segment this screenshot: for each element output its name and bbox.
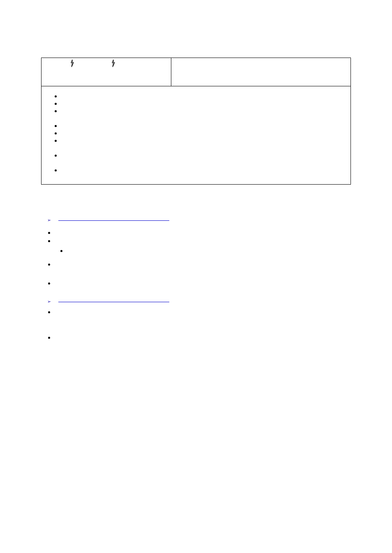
lightning-bolt-icon (111, 60, 115, 67)
list-item (61, 107, 346, 115)
sub-list-item (67, 247, 351, 255)
list-item (61, 137, 346, 144)
section-heading-1: ➢ (47, 217, 351, 223)
list-item (61, 152, 346, 159)
spacer (61, 144, 346, 152)
content-cell (42, 86, 351, 185)
spacer (61, 115, 346, 122)
arrow-right-icon: ➢ (47, 217, 51, 223)
bullet-list (54, 93, 346, 174)
section-heading-2: ➢ (47, 298, 351, 304)
list-item (55, 334, 351, 363)
spacer (61, 159, 346, 167)
list-item (61, 122, 346, 130)
lightning-bolt-icon (70, 60, 74, 67)
main-table (41, 58, 351, 185)
heading-underline[interactable] (58, 301, 169, 302)
section-1-list (47, 229, 351, 294)
list-item (55, 280, 351, 294)
list-item (61, 100, 346, 107)
list-item (61, 93, 346, 100)
table-header-row (42, 58, 351, 86)
section-2-list (47, 308, 351, 363)
list-item (55, 229, 351, 236)
list-item (61, 167, 346, 174)
list-item (55, 261, 351, 279)
heading-underline[interactable] (58, 220, 169, 221)
table-content-row (42, 86, 351, 185)
page-content: ➢ ➢ (0, 0, 392, 363)
list-item (55, 237, 351, 245)
list-item (55, 308, 351, 333)
list-item (61, 130, 346, 137)
arrow-right-icon: ➢ (47, 299, 51, 304)
header-cell-left (42, 58, 171, 86)
section-1: ➢ ➢ (47, 217, 351, 363)
header-cell-right (171, 58, 351, 86)
